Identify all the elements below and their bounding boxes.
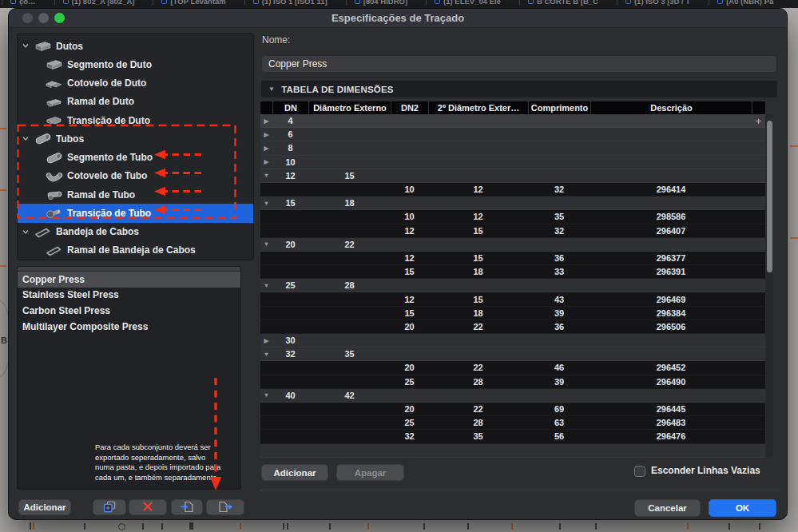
background-tab[interactable]: (1) ELEV_04 Ele bbox=[426, 0, 501, 6]
table-row[interactable]: 20 22 69 296445 bbox=[260, 403, 765, 416]
tree-item-segmento-de-duto[interactable]: Segmento de Duto bbox=[18, 55, 253, 73]
table-row[interactable]: 12 15 43 296469 bbox=[260, 292, 765, 306]
duplicate-icon bbox=[102, 501, 117, 514]
column-header-descricao[interactable]: Descrição bbox=[590, 101, 752, 114]
spec-list-item-copper-press[interactable]: Copper Press bbox=[18, 272, 240, 288]
table-row[interactable] bbox=[260, 444, 765, 458]
zoom-button[interactable] bbox=[54, 13, 65, 23]
background-tab[interactable]: çõ… bbox=[2, 0, 36, 6]
disclosure-triangle-icon[interactable]: ▼ bbox=[268, 85, 275, 93]
tree-item-tubos[interactable]: Tubos bbox=[18, 129, 253, 148]
table-row[interactable]: 25 28 63 296483 bbox=[260, 416, 765, 430]
table-row[interactable]: 15 18 39 296384 bbox=[260, 307, 765, 320]
table-row[interactable]: ▼ 15 18 bbox=[260, 197, 765, 210]
background-tab[interactable]: [804 HIDRO] bbox=[346, 0, 407, 6]
tree-item-bandeja-de-cabos[interactable]: Bandeja de Cabos bbox=[18, 223, 253, 241]
row-disclosure-icon[interactable]: ▼ bbox=[260, 351, 272, 358]
tree-item-ramal-de-bandeja-de-cabos[interactable]: Ramal de Bandeja de Cabos bbox=[18, 241, 253, 260]
tree-item-transicao-de-duto[interactable]: Transição de Duto bbox=[18, 111, 253, 129]
row-disclosure-icon[interactable]: ▼ bbox=[260, 200, 272, 207]
tree-item-ramal-de-duto[interactable]: Ramal de Duto bbox=[18, 93, 253, 111]
row-disclosure-icon[interactable]: ▼ bbox=[260, 240, 272, 248]
table-row[interactable]: ▼ 20 22 bbox=[260, 238, 765, 252]
row-disclosure-icon[interactable]: ▼ bbox=[260, 391, 272, 399]
tree-item-transicao-de-tubo[interactable]: Transição de Tubo bbox=[18, 204, 253, 222]
duct-transition-icon bbox=[45, 114, 64, 126]
hide-empty-lines-checkbox[interactable] bbox=[634, 466, 645, 477]
spec-list-item-stainless-steel-press[interactable]: Stainless Steel Press bbox=[18, 288, 240, 304]
table-row[interactable]: 20 22 36 296506 bbox=[260, 320, 765, 334]
column-header-dn2[interactable]: DN2 bbox=[391, 101, 428, 114]
row-disclosure-icon[interactable]: ▶ bbox=[260, 145, 272, 152]
sheet-icon bbox=[161, 0, 167, 4]
import-icon bbox=[180, 501, 194, 514]
scrollbar-thumb[interactable] bbox=[767, 121, 772, 272]
table-row[interactable]: ▼ 40 42 bbox=[260, 389, 765, 403]
background-tab[interactable]: (1) 802_A [802_A] bbox=[54, 0, 135, 6]
row-disclosure-icon[interactable]: ▶ bbox=[260, 337, 272, 344]
tree-item-segmento-de-tubo[interactable]: Segmento de Tubo bbox=[18, 149, 253, 167]
row-disclosure-icon[interactable]: ▼ bbox=[260, 282, 272, 289]
tree-item-cotovelo-de-duto[interactable]: Cotovelo de Duto bbox=[18, 74, 253, 93]
note-text: Para cada subconjunto deverá ser exporta… bbox=[95, 443, 223, 482]
table-row[interactable]: 12 15 36 296377 bbox=[260, 252, 765, 265]
table-row[interactable]: ▼ 32 35 bbox=[260, 347, 765, 361]
table-row[interactable]: 10 12 35 298586 bbox=[260, 210, 765, 224]
table-row[interactable]: ▼ 12 15 bbox=[260, 169, 765, 183]
table-row[interactable]: 12 15 32 296407 bbox=[260, 224, 765, 238]
background-tab[interactable]: (1) ISO 3 [3D / T bbox=[617, 0, 690, 6]
background-tab[interactable]: [TOP Levantam bbox=[153, 0, 225, 6]
export-button[interactable] bbox=[206, 499, 244, 515]
table-row[interactable]: ▼ 25 28 bbox=[260, 279, 765, 292]
section-header-tabela-de-dimensoes[interactable]: ▼ TABELA DE DIMENSÕES bbox=[261, 81, 777, 97]
duplicate-button[interactable] bbox=[93, 499, 126, 515]
tree-item-dutos[interactable]: Dutos bbox=[18, 37, 253, 55]
chevron-down-icon[interactable] bbox=[18, 230, 34, 234]
table-row[interactable]: 25 28 39 296490 bbox=[260, 375, 765, 389]
row-disclosure-icon[interactable]: ▶ bbox=[260, 117, 272, 125]
name-input[interactable] bbox=[261, 55, 777, 73]
column-header-2-diametro-externo[interactable]: 2º Diâmetro Exter… bbox=[428, 101, 528, 114]
ok-button[interactable]: OK bbox=[709, 499, 776, 517]
column-header-dn[interactable]: DN bbox=[272, 101, 308, 114]
delete-button[interactable] bbox=[129, 499, 167, 515]
footer-divider bbox=[260, 490, 780, 490]
table-row[interactable]: 10 12 32 296414 bbox=[260, 183, 765, 197]
tree-item-ramal-de-tubo[interactable]: Ramal de Tubo bbox=[18, 185, 253, 204]
close-button[interactable] bbox=[22, 13, 33, 23]
table-row[interactable]: ▶ 30 bbox=[260, 334, 765, 347]
table-row[interactable]: 20 22 46 296452 bbox=[260, 361, 765, 375]
table-row[interactable]: 15 18 33 296391 bbox=[260, 265, 765, 279]
delete-dimension-row-button[interactable]: Apagar bbox=[336, 464, 404, 481]
table-row[interactable]: ▶ 4 + bbox=[260, 114, 765, 128]
table-row[interactable]: ▶ 10 bbox=[260, 156, 765, 169]
background-tab[interactable]: B CORTE B [B_C bbox=[519, 0, 598, 6]
table-row[interactable]: ▶ 8 bbox=[260, 141, 765, 155]
add-dimension-row-button[interactable]: Adicionar bbox=[261, 464, 328, 481]
add-row-icon[interactable]: + bbox=[752, 115, 765, 127]
column-header-comprimento[interactable]: Comprimento bbox=[528, 101, 590, 114]
hide-empty-lines-label: Esconder Linhas Vazias bbox=[651, 465, 760, 476]
add-spec-button[interactable]: Adicionar bbox=[18, 499, 71, 515]
background-tab[interactable]: [A0 (NBR) Pa bbox=[709, 0, 773, 6]
spec-list-item-carbon-steel-press[interactable]: Carbon Steel Press bbox=[18, 303, 240, 319]
tree-item-cotovelo-de-tubo[interactable]: Cotovelo de Tubo bbox=[18, 167, 253, 185]
cancel-button[interactable]: Cancelar bbox=[634, 499, 701, 517]
chevron-down-icon[interactable] bbox=[18, 137, 34, 141]
column-header-diametro-externo[interactable]: Diâmetro Externo bbox=[308, 101, 391, 114]
row-disclosure-icon[interactable]: ▶ bbox=[260, 131, 272, 138]
import-button[interactable] bbox=[171, 499, 203, 515]
delete-icon bbox=[142, 501, 153, 514]
chevron-down-icon[interactable] bbox=[18, 44, 34, 48]
background-tab[interactable]: (1) ISO 1 [ISO1 11] bbox=[244, 0, 328, 6]
minimize-button[interactable] bbox=[38, 13, 49, 23]
spec-list-item-multilayer-composite-press[interactable]: Multilayer Composite Press bbox=[18, 319, 240, 335]
table-row[interactable]: 32 35 56 296476 bbox=[260, 430, 765, 443]
screen: çõ… (1) 802_A [802_A] [TOP Levantam (1) … bbox=[0, 0, 798, 532]
pipe-segment-icon bbox=[45, 152, 64, 164]
row-disclosure-icon[interactable]: ▼ bbox=[260, 172, 272, 179]
row-disclosure-icon[interactable]: ▶ bbox=[260, 158, 272, 165]
table-scrollbar[interactable] bbox=[765, 114, 773, 458]
page-title: Especificações de Traçado bbox=[9, 9, 787, 28]
table-row[interactable]: ▶ 6 bbox=[260, 128, 765, 141]
